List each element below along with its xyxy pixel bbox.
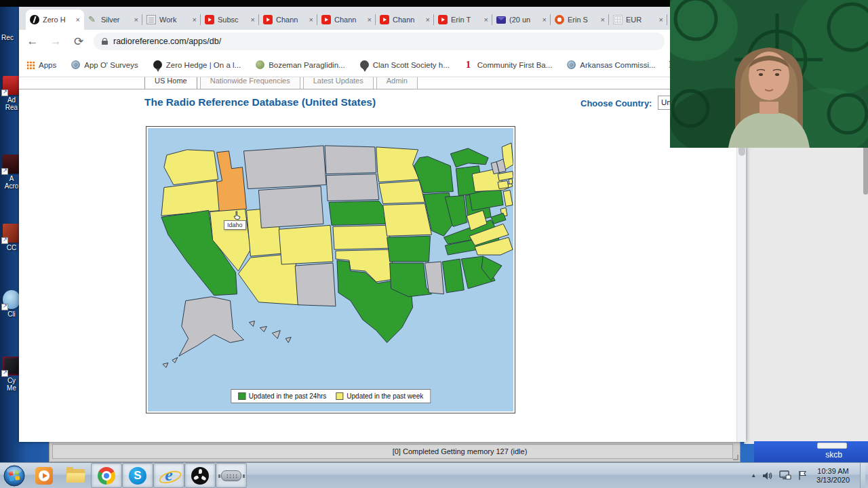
status-bar-window: [0] Completed Getting memory 127 (idle): [49, 441, 741, 462]
browser-tab[interactable]: Silver×: [84, 9, 142, 30]
address-bar[interactable]: radioreference.com/apps/db/: [94, 33, 665, 50]
red-one-icon: [465, 60, 473, 69]
state-alabama[interactable]: [442, 259, 464, 293]
legend-item-24h: Updated in the past 24hrs: [238, 392, 327, 400]
obs-icon: [191, 467, 209, 485]
volume-icon[interactable]: [762, 471, 773, 481]
taskbar-obs[interactable]: [184, 463, 216, 488]
state-washington[interactable]: [164, 150, 218, 185]
globe-green-icon: [256, 60, 264, 69]
state-minnesota[interactable]: [376, 147, 420, 182]
system-tray: ▲ 10:39 AM 3/13/2020: [751, 463, 865, 488]
cyberlink-icon: [3, 357, 20, 375]
media-player-icon: [35, 467, 53, 485]
start-button[interactable]: [0, 463, 28, 488]
state-colorado[interactable]: [279, 225, 333, 264]
bookmark-item[interactable]: Arkansas Commissi...: [567, 60, 655, 69]
state-iowa[interactable]: [379, 181, 425, 204]
state-arkansas[interactable]: [387, 236, 431, 262]
youtube-icon: [205, 15, 214, 24]
network-display-icon[interactable]: [779, 470, 791, 481]
tab-close-icon[interactable]: ×: [309, 16, 313, 24]
state-north-dakota[interactable]: [325, 146, 376, 174]
browser-tab[interactable]: Chann×: [376, 9, 434, 30]
tab-close-icon[interactable]: ×: [426, 16, 430, 24]
browser-tab[interactable]: Chann×: [259, 9, 317, 30]
state-new-mexico[interactable]: [295, 263, 336, 306]
state-montana[interactable]: [243, 146, 326, 189]
browser-tab[interactable]: Erin S×: [551, 9, 609, 30]
tab-close-icon[interactable]: ×: [193, 16, 197, 24]
us-coverage-map[interactable]: Updated in the past 24hrs Updated in the…: [146, 126, 515, 413]
bookmark-item[interactable]: Clan Scott Society h...: [360, 60, 450, 69]
browser-window: Zero H× Silver× Work× Subsc× Chann× Chan…: [19, 7, 746, 442]
bookmark-item[interactable]: Zero Hedge | On a l...: [153, 60, 241, 69]
page-tab-admin[interactable]: Admin: [376, 77, 418, 89]
browser-tab[interactable]: Erin T×: [434, 9, 492, 30]
browser-tab[interactable]: (20 un×: [492, 9, 551, 30]
cc-app-icon: [3, 224, 20, 243]
youtube-icon: [321, 15, 331, 24]
tab-close-icon[interactable]: ×: [601, 16, 605, 24]
desktop-icon-recycle-bin[interactable]: Rec: [0, 33, 18, 41]
shortcut-arrow-icon: [1, 370, 8, 377]
bookmark-apps[interactable]: Apps: [26, 60, 56, 69]
refresh-icon[interactable]: ⟳: [71, 35, 87, 49]
webcam-video: [670, 0, 868, 148]
taskbar: S e ▲ 10:39 AM 3/13/2020: [0, 462, 868, 488]
bookmark-item[interactable]: Bozeman Paraglidin...: [256, 60, 345, 69]
tray-expand-icon[interactable]: ▲: [751, 472, 756, 479]
zerohedge-icon: [153, 60, 162, 69]
forward-icon[interactable]: →: [47, 35, 64, 48]
shortcut-arrow-icon: [1, 168, 8, 175]
state-south-dakota[interactable]: [326, 174, 379, 201]
map-water: Updated in the past 24hrs Updated in the…: [148, 128, 513, 411]
page-tab-nationwide-frequencies[interactable]: Nationwide Frequencies: [200, 77, 300, 89]
tab-close-icon[interactable]: ×: [251, 16, 255, 24]
browser-tab[interactable]: Chann×: [317, 9, 376, 30]
mail-icon: [496, 16, 506, 24]
taskbar-serial-terminal[interactable]: [216, 463, 247, 488]
state-kansas[interactable]: [333, 225, 391, 249]
adobe-reader-icon: [3, 76, 20, 95]
state-nebraska[interactable]: [329, 201, 389, 225]
clock-date: 3/13/2020: [816, 476, 850, 485]
back-icon[interactable]: ←: [24, 35, 41, 48]
bookmark-item[interactable]: App O' Surveys: [71, 60, 138, 69]
tab-close-icon[interactable]: ×: [134, 16, 138, 24]
tab-close-icon[interactable]: ×: [484, 16, 488, 24]
tab-close-icon[interactable]: ×: [542, 16, 547, 24]
state-wyoming[interactable]: [258, 186, 323, 228]
browser-tab[interactable]: Work×: [142, 9, 201, 30]
taskbar-skype[interactable]: S: [122, 463, 153, 488]
resize-grip[interactable]: [733, 455, 738, 460]
page-tab-rule: [19, 89, 738, 89]
state-rhode-island[interactable]: [509, 179, 513, 184]
browser-tab[interactable]: Zero H×: [26, 9, 84, 30]
action-center-flag-icon[interactable]: [797, 470, 808, 481]
tab-close-icon[interactable]: ×: [659, 16, 663, 24]
youtube-icon: [380, 15, 389, 24]
state-missouri[interactable]: [383, 203, 432, 236]
taskbar-clock[interactable]: 10:39 AM 3/13/2020: [816, 467, 850, 485]
tab-close-icon[interactable]: ×: [368, 16, 372, 24]
document-icon: [146, 15, 156, 24]
show-desktop-button[interactable]: [860, 463, 865, 488]
tab-close-icon[interactable]: ×: [76, 16, 80, 24]
chrome-icon: [98, 467, 115, 485]
quill-icon: [88, 15, 98, 24]
browser-tab[interactable]: EUR×: [609, 9, 667, 30]
background-window-scrollbar[interactable]: [863, 146, 868, 195]
taskbar-internet-explorer[interactable]: e: [153, 463, 184, 488]
bookmark-item[interactable]: Community First Ba...: [465, 60, 553, 69]
skcb-window-label: skcb: [825, 450, 842, 460]
browser-toolbar: ← → ⟳ radioreference.com/apps/db/: [19, 30, 746, 53]
taskbar-chrome[interactable]: [91, 463, 122, 488]
page-tab-latest-updates[interactable]: Latest Updates: [303, 77, 374, 89]
skype-icon: S: [129, 467, 146, 485]
page-tab-us-home[interactable]: US Home: [144, 77, 197, 89]
browser-tab[interactable]: Subsc×: [201, 9, 259, 30]
taskbar-media-player[interactable]: [28, 463, 60, 488]
taskbar-file-explorer[interactable]: [60, 463, 91, 488]
state-connecticut[interactable]: [498, 181, 509, 189]
